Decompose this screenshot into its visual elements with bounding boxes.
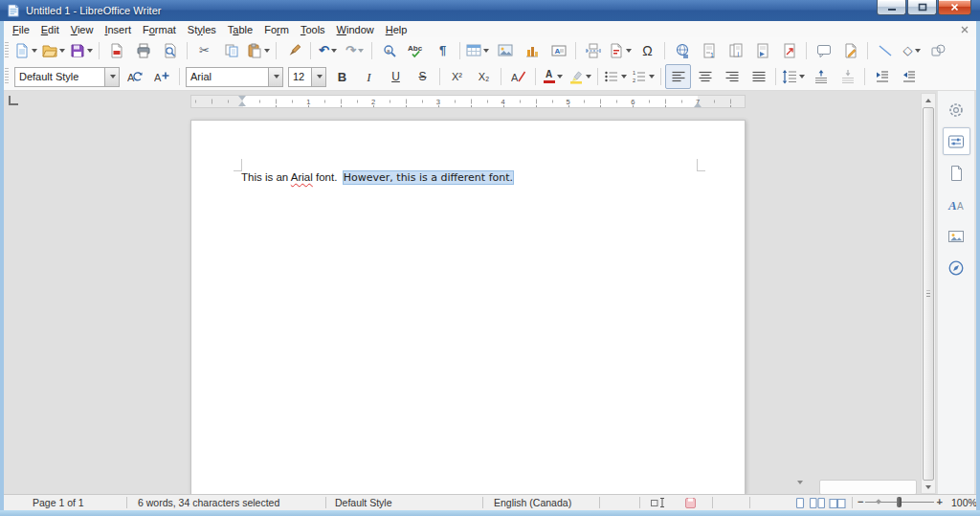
redo-button[interactable]: ↷	[342, 38, 368, 63]
insert-text-box-button[interactable]: A	[546, 38, 571, 63]
menu-form[interactable]: Form	[258, 23, 295, 36]
book-view-icon[interactable]	[829, 498, 846, 510]
clone-formatting-button[interactable]	[280, 38, 306, 63]
open-button[interactable]	[40, 38, 67, 63]
cut-button[interactable]: ✂	[191, 38, 217, 63]
print-button[interactable]	[130, 38, 156, 63]
strikethrough-button[interactable]: S	[410, 64, 435, 89]
clear-formatting-button[interactable]: A	[505, 64, 531, 89]
superscript-button[interactable]: X²	[444, 64, 470, 89]
zoom-slider-thumb[interactable]	[897, 497, 902, 507]
close-button[interactable]	[938, 0, 971, 15]
sidebar-tab-navigator[interactable]	[943, 254, 970, 281]
justify-button[interactable]	[746, 64, 771, 89]
sidebar-tab-properties[interactable]	[943, 127, 970, 155]
menu-insert[interactable]: Insert	[99, 23, 137, 36]
insert-line-button[interactable]	[872, 38, 898, 63]
zoom-in-icon[interactable]: +	[937, 496, 943, 507]
align-center-button[interactable]	[692, 64, 718, 89]
close-document-icon[interactable]	[961, 24, 969, 35]
document-text-line[interactable]: This is an Arial font. However, this is …	[241, 171, 513, 184]
align-right-button[interactable]	[719, 64, 745, 89]
italic-button[interactable]: I	[356, 64, 382, 89]
track-changes-button[interactable]	[837, 38, 863, 63]
sidebar-tab-styles[interactable]: AA	[943, 191, 970, 218]
tab-stop-selector[interactable]	[9, 96, 18, 105]
dropdown-button[interactable]	[311, 68, 325, 86]
toolbar-grip[interactable]	[5, 68, 9, 85]
decrease-indent-button[interactable]	[896, 64, 922, 89]
zoom-out-icon[interactable]: −	[858, 496, 863, 507]
zoom-slider[interactable]: − +	[865, 496, 934, 508]
scrollbar-thumb[interactable]	[923, 107, 934, 481]
line-spacing-button[interactable]	[780, 64, 807, 89]
toolbar-grip[interactable]	[5, 42, 9, 59]
insert-hyperlink-button[interactable]	[669, 38, 695, 63]
align-left-button[interactable]	[665, 64, 691, 89]
menu-table[interactable]: Table	[222, 23, 258, 36]
indent-marker-left[interactable]	[238, 96, 246, 106]
highlight-color-button[interactable]	[567, 64, 593, 89]
save-button[interactable]	[68, 38, 95, 63]
font-color-button[interactable]: A	[540, 64, 566, 89]
scroll-down-button[interactable]	[922, 481, 935, 493]
paste-button[interactable]	[245, 38, 272, 63]
export-pdf-button[interactable]	[103, 38, 129, 63]
single-page-view-icon[interactable]	[794, 498, 806, 510]
underline-button[interactable]: U	[383, 64, 409, 89]
word-count-status[interactable]: 6 words, 34 characters selected	[138, 497, 279, 508]
maximize-button[interactable]	[907, 0, 937, 15]
font-size-combo[interactable]: 12	[288, 67, 326, 87]
menu-format[interactable]: Format	[137, 23, 182, 36]
basic-shapes-button[interactable]: ◇	[899, 38, 924, 63]
selection-mode-icon[interactable]	[651, 498, 666, 509]
insert-bookmark-button[interactable]	[749, 38, 775, 63]
font-name-combo[interactable]: Arial	[186, 67, 283, 87]
sidebar-tab-page[interactable]	[943, 159, 970, 187]
document-modified-icon[interactable]	[685, 498, 696, 510]
dropdown-button[interactable]	[268, 68, 282, 86]
insert-endnote-button[interactable]: i	[723, 38, 748, 63]
ordered-list-button[interactable]: 12	[630, 64, 657, 89]
menu-file[interactable]: File	[7, 23, 35, 36]
language-status[interactable]: English (Canada)	[494, 497, 571, 508]
decrease-paragraph-spacing-button[interactable]	[835, 64, 860, 89]
copy-button[interactable]	[218, 38, 244, 63]
sidebar-settings-icon[interactable]	[943, 96, 970, 123]
new-document-button[interactable]	[12, 38, 39, 63]
dropdown-button[interactable]	[104, 68, 119, 86]
sidebar-tab-gallery[interactable]	[943, 222, 970, 250]
insert-special-character-button[interactable]: Ω	[635, 38, 660, 63]
increase-paragraph-spacing-button[interactable]	[808, 64, 834, 89]
page-number-status[interactable]: Page 1 of 1	[33, 497, 84, 508]
scroll-up-button[interactable]	[922, 94, 935, 106]
menu-view[interactable]: View	[65, 23, 100, 36]
insert-page-break-button[interactable]	[580, 38, 606, 63]
minimize-button[interactable]	[877, 0, 906, 15]
menu-styles[interactable]: Styles	[182, 23, 222, 36]
insert-image-button[interactable]	[492, 38, 518, 63]
new-style-button[interactable]: A	[149, 64, 175, 89]
indent-marker-right[interactable]	[694, 102, 702, 107]
formatting-marks-button[interactable]: ¶	[430, 38, 456, 63]
multi-page-view-icon[interactable]	[810, 498, 825, 510]
menu-edit[interactable]: Edit	[35, 23, 65, 36]
insert-chart-button[interactable]	[519, 38, 545, 63]
insert-table-button[interactable]	[464, 38, 491, 63]
insert-field-button[interactable]	[607, 38, 634, 63]
zoom-level-status[interactable]: 100%	[951, 497, 977, 508]
page-style-status[interactable]: Default Style	[335, 497, 392, 508]
unordered-list-button[interactable]	[602, 64, 629, 89]
find-replace-button[interactable]: a	[376, 38, 402, 63]
insert-comment-button[interactable]	[811, 38, 836, 63]
spelling-button[interactable]: Abc	[403, 38, 429, 63]
paragraph-style-combo[interactable]: Default Style	[14, 67, 120, 87]
insert-cross-reference-button[interactable]	[776, 38, 802, 63]
menu-tools[interactable]: Tools	[295, 23, 331, 36]
draw-functions-button[interactable]	[925, 38, 951, 63]
update-style-button[interactable]: A	[122, 64, 148, 89]
print-preview-button[interactable]	[157, 38, 183, 63]
bold-button[interactable]: B	[329, 64, 355, 89]
increase-indent-button[interactable]	[869, 64, 895, 89]
menu-window[interactable]: Window	[331, 23, 380, 36]
